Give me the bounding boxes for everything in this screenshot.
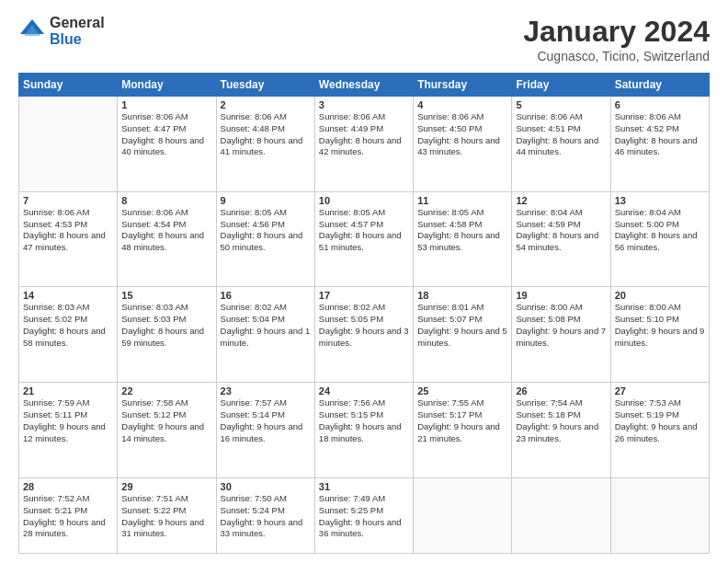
calendar-cell: 8Sunrise: 8:06 AMSunset: 4:54 PMDaylight… [118, 191, 216, 287]
col-header-monday: Monday [118, 74, 216, 97]
month-title: January 2024 [523, 15, 710, 49]
day-number: 18 [417, 290, 507, 301]
cell-details: Sunrise: 8:05 AMSunset: 4:56 PMDaylight:… [221, 207, 311, 254]
day-number: 25 [417, 385, 507, 396]
day-number: 8 [121, 195, 211, 206]
day-number: 23 [221, 385, 311, 396]
calendar-cell [610, 477, 709, 553]
calendar-cell: 2Sunrise: 8:06 AMSunset: 4:48 PMDaylight… [216, 97, 314, 192]
calendar-cell: 10Sunrise: 8:05 AMSunset: 4:57 PMDayligh… [314, 191, 413, 287]
cell-details: Sunrise: 8:06 AMSunset: 4:51 PMDaylight:… [516, 111, 606, 158]
cell-details: Sunrise: 8:02 AMSunset: 5:05 PMDaylight:… [319, 302, 409, 349]
cell-details: Sunrise: 8:05 AMSunset: 4:57 PMDaylight:… [319, 207, 409, 254]
calendar-cell: 28Sunrise: 7:52 AMSunset: 5:21 PMDayligh… [19, 477, 118, 553]
day-number: 22 [121, 385, 211, 396]
title-block: January 2024 Cugnasco, Ticino, Switzerla… [523, 15, 710, 63]
calendar-cell [19, 97, 118, 192]
calendar-cell: 18Sunrise: 8:01 AMSunset: 5:07 PMDayligh… [414, 287, 512, 383]
calendar-cell: 11Sunrise: 8:05 AMSunset: 4:58 PMDayligh… [414, 191, 512, 287]
cell-details: Sunrise: 8:05 AMSunset: 4:58 PMDaylight:… [417, 207, 507, 254]
calendar-cell: 4Sunrise: 8:06 AMSunset: 4:50 PMDaylight… [414, 97, 512, 192]
cell-details: Sunrise: 7:58 AMSunset: 5:12 PMDaylight:… [121, 397, 211, 444]
cell-details: Sunrise: 8:06 AMSunset: 4:54 PMDaylight:… [121, 207, 211, 254]
logo-icon [18, 17, 46, 45]
day-number: 30 [221, 481, 311, 492]
calendar-cell: 30Sunrise: 7:50 AMSunset: 5:24 PMDayligh… [216, 477, 314, 553]
day-number: 9 [221, 195, 311, 206]
day-number: 27 [615, 385, 705, 396]
cell-details: Sunrise: 7:52 AMSunset: 5:21 PMDaylight:… [23, 493, 113, 540]
day-number: 21 [23, 385, 113, 396]
cell-details: Sunrise: 8:03 AMSunset: 5:02 PMDaylight:… [23, 302, 113, 349]
cell-details: Sunrise: 8:06 AMSunset: 4:53 PMDaylight:… [23, 207, 113, 254]
cell-details: Sunrise: 8:00 AMSunset: 5:08 PMDaylight:… [516, 302, 606, 349]
calendar-cell: 24Sunrise: 7:56 AMSunset: 5:15 PMDayligh… [314, 383, 413, 478]
col-header-saturday: Saturday [610, 74, 709, 97]
location: Cugnasco, Ticino, Switzerland [523, 49, 710, 63]
cell-details: Sunrise: 8:01 AMSunset: 5:07 PMDaylight:… [417, 302, 507, 349]
week-row-5: 28Sunrise: 7:52 AMSunset: 5:21 PMDayligh… [19, 477, 710, 553]
header: General Blue January 2024 Cugnasco, Tici… [18, 15, 710, 63]
col-header-sunday: Sunday [19, 74, 118, 97]
week-row-4: 21Sunrise: 7:59 AMSunset: 5:11 PMDayligh… [19, 383, 710, 478]
day-number: 24 [319, 385, 409, 396]
day-number: 6 [615, 99, 705, 110]
cell-details: Sunrise: 8:02 AMSunset: 5:04 PMDaylight:… [221, 302, 311, 349]
calendar-cell: 21Sunrise: 7:59 AMSunset: 5:11 PMDayligh… [19, 383, 118, 478]
cell-details: Sunrise: 7:55 AMSunset: 5:17 PMDaylight:… [417, 397, 507, 444]
calendar-cell: 25Sunrise: 7:55 AMSunset: 5:17 PMDayligh… [414, 383, 512, 478]
col-header-wednesday: Wednesday [314, 74, 413, 97]
week-row-1: 1Sunrise: 8:06 AMSunset: 4:47 PMDaylight… [19, 97, 710, 192]
week-row-2: 7Sunrise: 8:06 AMSunset: 4:53 PMDaylight… [19, 191, 710, 287]
day-number: 13 [615, 195, 705, 206]
calendar-cell: 29Sunrise: 7:51 AMSunset: 5:22 PMDayligh… [118, 477, 216, 553]
calendar-cell: 6Sunrise: 8:06 AMSunset: 4:52 PMDaylight… [610, 97, 709, 192]
cell-details: Sunrise: 8:06 AMSunset: 4:49 PMDaylight:… [319, 111, 409, 158]
logo-text: General Blue [50, 15, 105, 47]
cell-details: Sunrise: 7:51 AMSunset: 5:22 PMDaylight:… [121, 493, 211, 540]
calendar-cell: 26Sunrise: 7:54 AMSunset: 5:18 PMDayligh… [512, 383, 610, 478]
page: General Blue January 2024 Cugnasco, Tici… [0, 0, 728, 563]
calendar-cell: 16Sunrise: 8:02 AMSunset: 5:04 PMDayligh… [216, 287, 314, 383]
day-number: 29 [121, 481, 211, 492]
cell-details: Sunrise: 7:54 AMSunset: 5:18 PMDaylight:… [516, 397, 606, 444]
col-header-friday: Friday [512, 74, 610, 97]
col-header-tuesday: Tuesday [216, 74, 314, 97]
logo-general-text: General [50, 15, 105, 31]
cell-details: Sunrise: 8:06 AMSunset: 4:47 PMDaylight:… [121, 111, 211, 158]
logo-blue-text: Blue [50, 31, 105, 48]
day-number: 5 [516, 99, 606, 110]
calendar-cell: 17Sunrise: 8:02 AMSunset: 5:05 PMDayligh… [314, 287, 413, 383]
calendar-cell: 22Sunrise: 7:58 AMSunset: 5:12 PMDayligh… [118, 383, 216, 478]
day-number: 12 [516, 195, 606, 206]
day-number: 20 [615, 290, 705, 301]
cell-details: Sunrise: 7:53 AMSunset: 5:19 PMDaylight:… [615, 397, 705, 444]
day-number: 3 [319, 99, 409, 110]
calendar-cell: 15Sunrise: 8:03 AMSunset: 5:03 PMDayligh… [118, 287, 216, 383]
cell-details: Sunrise: 8:06 AMSunset: 4:48 PMDaylight:… [221, 111, 311, 158]
calendar-cell [512, 477, 610, 553]
cell-details: Sunrise: 7:49 AMSunset: 5:25 PMDaylight:… [319, 493, 409, 540]
week-row-3: 14Sunrise: 8:03 AMSunset: 5:02 PMDayligh… [19, 287, 710, 383]
calendar-cell: 27Sunrise: 7:53 AMSunset: 5:19 PMDayligh… [610, 383, 709, 478]
cell-details: Sunrise: 7:59 AMSunset: 5:11 PMDaylight:… [23, 397, 113, 444]
calendar-table: SundayMondayTuesdayWednesdayThursdayFrid… [18, 73, 710, 554]
cell-details: Sunrise: 7:57 AMSunset: 5:14 PMDaylight:… [221, 397, 311, 444]
day-number: 1 [121, 99, 211, 110]
cell-details: Sunrise: 7:50 AMSunset: 5:24 PMDaylight:… [221, 493, 311, 540]
calendar-cell: 19Sunrise: 8:00 AMSunset: 5:08 PMDayligh… [512, 287, 610, 383]
day-number: 19 [516, 290, 606, 301]
day-number: 11 [417, 195, 507, 206]
calendar-cell: 20Sunrise: 8:00 AMSunset: 5:10 PMDayligh… [610, 287, 709, 383]
calendar-cell: 23Sunrise: 7:57 AMSunset: 5:14 PMDayligh… [216, 383, 314, 478]
calendar-cell: 3Sunrise: 8:06 AMSunset: 4:49 PMDaylight… [314, 97, 413, 192]
cell-details: Sunrise: 8:06 AMSunset: 4:52 PMDaylight:… [615, 111, 705, 158]
day-number: 2 [221, 99, 311, 110]
cell-details: Sunrise: 8:04 AMSunset: 5:00 PMDaylight:… [615, 207, 705, 254]
col-header-thursday: Thursday [414, 74, 512, 97]
calendar-cell: 5Sunrise: 8:06 AMSunset: 4:51 PMDaylight… [512, 97, 610, 192]
calendar-cell: 9Sunrise: 8:05 AMSunset: 4:56 PMDaylight… [216, 191, 314, 287]
calendar-cell: 7Sunrise: 8:06 AMSunset: 4:53 PMDaylight… [19, 191, 118, 287]
day-number: 31 [319, 481, 409, 492]
calendar-cell: 1Sunrise: 8:06 AMSunset: 4:47 PMDaylight… [118, 97, 216, 192]
